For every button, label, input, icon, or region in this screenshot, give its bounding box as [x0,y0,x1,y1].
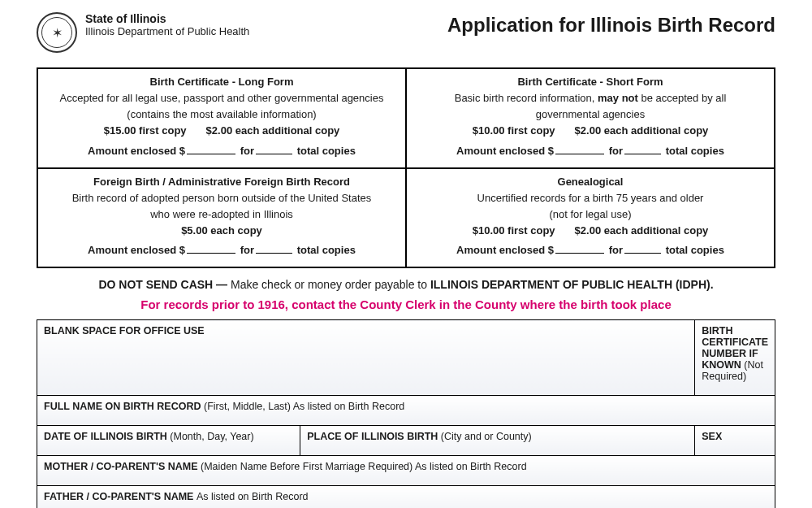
option-title: Foreign Birth / Administrative Foreign B… [46,174,397,190]
amount-line: Amount enclosed $ for total copies [46,143,397,159]
amount-enclosed-input[interactable] [187,144,235,154]
option-foreign-birth: Foreign Birth / Administrative Foreign B… [37,168,406,268]
pricing-options-grid: Birth Certificate - Long Form Accepted f… [37,67,775,268]
option-title: Genealogical [415,174,766,190]
label-mother: MOTHER / CO-PARENT'S NAME [44,461,201,472]
field-full-name[interactable]: FULL NAME ON BIRTH RECORD (First, Middle… [37,396,775,426]
option-genealogical: Genealogical Uncertified records for a b… [406,168,775,268]
field-father-name[interactable]: FATHER / CO-PARENT'S NAME As listed on B… [37,486,775,508]
total-copies-input[interactable] [256,144,292,154]
label-office-use: BLANK SPACE FOR OFFICE USE [44,325,205,336]
option-pricing: $10.00 first copy$2.00 each additional c… [415,123,766,139]
price-first: $10.00 first copy [473,124,555,137]
field-place-of-birth[interactable]: PLACE OF ILLINOIS BIRTH (City and or Cou… [300,426,695,456]
price-additional: $2.00 each additional copy [206,124,340,137]
price-additional: $2.00 each additional copy [575,124,709,137]
option-desc-line2: governmental agencies [415,106,766,123]
no-cash-text: Make check or money order payable to [227,278,430,291]
state-name: State of Illinois [85,12,249,25]
no-cash-bold: DO NOT SEND CASH — [98,278,227,291]
label-dob: DATE OF ILLINOIS BIRTH [44,431,170,442]
option-desc-line1: Accepted for all legal use, passport and… [46,90,397,106]
option-short-form: Birth Certificate - Short Form Basic bir… [406,68,775,168]
amount-line: Amount enclosed $ for total copies [415,242,766,258]
option-pricing: $10.00 first copy$2.00 each additional c… [415,223,766,239]
amount-prefix: Amount enclosed $ [88,145,185,157]
option-pricing: $5.00 each copy [46,223,397,239]
document-header: State of Illinois Illinois Department of… [37,12,775,53]
option-pricing: $15.00 first copy$2.00 each additional c… [46,123,397,139]
option-desc-line2: (contains the most available information… [46,106,397,123]
price-each: $5.00 each copy [181,224,262,237]
state-text: State of Illinois Illinois Department of… [85,12,249,37]
option-title: Birth Certificate - Short Form [415,74,766,90]
amount-suffix: total copies [666,244,724,256]
total-copies-input[interactable] [624,144,661,154]
amount-line: Amount enclosed $ for total copies [46,242,397,258]
amount-enclosed-input[interactable] [555,144,604,154]
label-place: PLACE OF ILLINOIS BIRTH [307,431,441,442]
price-first: $10.00 first copy [473,224,555,237]
amount-enclosed-input[interactable] [555,243,604,254]
label-full-name: FULL NAME ON BIRTH RECORD [44,401,204,412]
label-father: FATHER / CO-PARENT'S NAME [44,491,197,502]
document-title: Application for Illinois Birth Record [447,12,775,37]
total-copies-input[interactable] [256,243,292,254]
label-sex: SEX [702,431,722,442]
amount-mid: for [609,145,623,157]
state-seal-icon [37,12,77,53]
applicant-form-table: BLANK SPACE FOR OFFICE USE BIRTH CERTIFI… [37,319,775,508]
amount-enclosed-input[interactable] [187,243,235,254]
amount-mid: for [240,244,254,256]
prior-1916-notice: For records prior to 1916, contact the C… [37,297,775,311]
amount-prefix: Amount enclosed $ [456,244,554,256]
field-date-of-birth[interactable]: DATE OF ILLINOIS BIRTH (Month, Day, Year… [37,426,300,456]
label-dob-note: (Month, Day, Year) [170,431,253,442]
amount-mid: for [609,244,623,256]
label-full-name-note: (First, Middle, Last) As listed on Birth… [204,401,404,412]
no-cash-notice: DO NOT SEND CASH — Make check or money o… [37,278,775,291]
option-long-form: Birth Certificate - Long Form Accepted f… [37,68,406,168]
option-desc-line1: Basic birth record information, may not … [415,90,766,106]
option-desc-line2: (not for legal use) [415,206,766,223]
label-place-note: (City and or County) [441,431,532,442]
field-mother-name[interactable]: MOTHER / CO-PARENT'S NAME (Maiden Name B… [37,456,775,486]
amount-prefix: Amount enclosed $ [88,244,185,256]
amount-mid: for [240,145,254,157]
amount-suffix: total copies [297,145,356,157]
amount-suffix: total copies [666,145,724,157]
amount-prefix: Amount enclosed $ [456,145,554,157]
amount-suffix: total copies [297,244,356,256]
option-title: Birth Certificate - Long Form [46,74,397,90]
option-desc-line1: Birth record of adopted person born outs… [46,190,397,206]
total-copies-input[interactable] [624,243,661,254]
label-mother-note: (Maiden Name Before First Marriage Requi… [201,461,527,472]
field-sex[interactable]: SEX [695,426,775,456]
department-name: Illinois Department of Public Health [85,25,249,37]
field-cert-number[interactable]: BIRTH CERTIFICATE NUMBER IF KNOWN (Not R… [695,320,775,396]
payee-name: ILLINOIS DEPARTMENT OF PUBLIC HEALTH (ID… [430,278,714,291]
option-desc-line2: who were re-adopted in Illinois [46,206,397,223]
field-office-use[interactable]: BLANK SPACE FOR OFFICE USE [37,320,695,396]
option-desc-line1: Uncertified records for a birth 75 years… [415,190,766,206]
amount-line: Amount enclosed $ for total copies [415,143,766,159]
price-additional: $2.00 each additional copy [575,224,709,237]
header-left: State of Illinois Illinois Department of… [37,12,249,53]
price-first: $15.00 first copy [104,124,187,137]
label-father-note: As listed on Birth Record [197,491,309,502]
